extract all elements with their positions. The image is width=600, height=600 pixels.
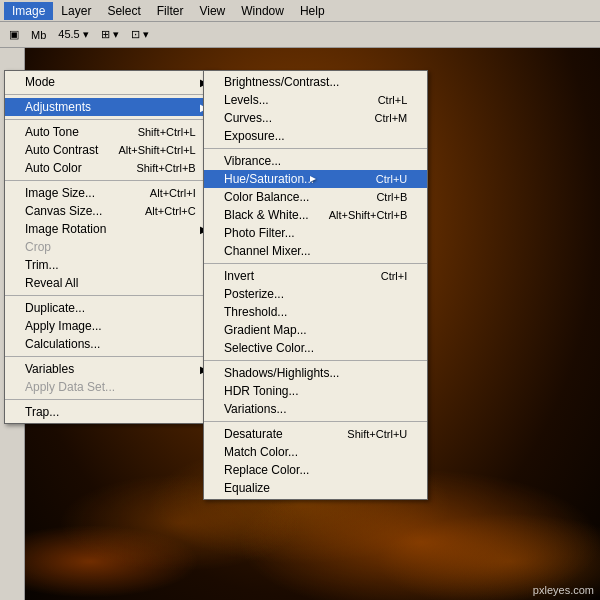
menu-replace-color[interactable]: Replace Color... <box>204 461 427 479</box>
menu-gradient-map[interactable]: Gradient Map... <box>204 321 427 339</box>
menu-channel-mixer[interactable]: Channel Mixer... <box>204 242 427 260</box>
menu-match-color[interactable]: Match Color... <box>204 443 427 461</box>
image-menu: Mode ▶ Adjustments ▶ Auto Tone Shift+Ctr… <box>4 70 217 424</box>
sep-4 <box>5 295 216 296</box>
menu-auto-contrast[interactable]: Auto Contrast Alt+Shift+Ctrl+L <box>5 141 216 159</box>
menu-adjustments[interactable]: Adjustments ▶ <box>5 98 216 116</box>
menu-threshold[interactable]: Threshold... <box>204 303 427 321</box>
menu-bar: Image Layer Select Filter View Window He… <box>0 0 600 22</box>
adj-sep-4 <box>204 421 427 422</box>
menu-calculations[interactable]: Calculations... <box>5 335 216 353</box>
menu-curves[interactable]: Curves... Ctrl+M <box>204 109 427 127</box>
menu-reveal-all[interactable]: Reveal All <box>5 274 216 292</box>
adj-sep-1 <box>204 148 427 149</box>
menu-color-balance[interactable]: Color Balance... Ctrl+B <box>204 188 427 206</box>
menu-item-image[interactable]: Image <box>4 2 53 20</box>
toolbar: ▣ Mb 45.5 ▾ ⊞ ▾ ⊡ ▾ <box>0 22 600 48</box>
menu-exposure[interactable]: Exposure... <box>204 127 427 145</box>
menu-black-white[interactable]: Black & White... Alt+Shift+Ctrl+B <box>204 206 427 224</box>
menu-duplicate[interactable]: Duplicate... <box>5 299 216 317</box>
toolbar-btn-3[interactable]: ⊞ ▾ <box>96 25 124 45</box>
main-area: Mode ▶ Adjustments ▶ Auto Tone Shift+Ctr… <box>0 48 600 600</box>
menu-posterize[interactable]: Posterize... <box>204 285 427 303</box>
toolbar-btn-size[interactable]: 45.5 ▾ <box>53 25 93 45</box>
menu-equalize[interactable]: Equalize <box>204 479 427 497</box>
sep-5 <box>5 356 216 357</box>
menu-trim[interactable]: Trim... <box>5 256 216 274</box>
menu-canvas-size[interactable]: Canvas Size... Alt+Ctrl+C <box>5 202 216 220</box>
toolbar-btn-4[interactable]: ⊡ ▾ <box>126 25 154 45</box>
menu-item-layer[interactable]: Layer <box>53 2 99 20</box>
menu-invert[interactable]: Invert Ctrl+I <box>204 267 427 285</box>
menu-selective-color[interactable]: Selective Color... <box>204 339 427 357</box>
menu-crop[interactable]: Crop <box>5 238 216 256</box>
menu-trap[interactable]: Trap... <box>5 403 216 421</box>
menu-shadows-highlights[interactable]: Shadows/Highlights... <box>204 364 427 382</box>
menu-item-help[interactable]: Help <box>292 2 333 20</box>
menu-auto-color[interactable]: Auto Color Shift+Ctrl+B <box>5 159 216 177</box>
toolbar-btn-1[interactable]: ▣ <box>4 25 24 45</box>
sep-2 <box>5 119 216 120</box>
adj-sep-3 <box>204 360 427 361</box>
menu-item-filter[interactable]: Filter <box>149 2 192 20</box>
menu-desaturate[interactable]: Desaturate Shift+Ctrl+U <box>204 425 427 443</box>
menu-brightness-contrast[interactable]: Brightness/Contrast... <box>204 73 427 91</box>
menu-variations[interactable]: Variations... <box>204 400 427 418</box>
watermark: pxleyes.com <box>533 584 594 596</box>
menu-item-select[interactable]: Select <box>99 2 148 20</box>
adjustments-menu: Brightness/Contrast... Levels... Ctrl+L … <box>203 70 428 500</box>
sep-6 <box>5 399 216 400</box>
toolbar-btn-2[interactable]: Mb <box>26 25 51 45</box>
menu-variables[interactable]: Variables ▶ <box>5 360 216 378</box>
menu-mode[interactable]: Mode ▶ <box>5 73 216 91</box>
menu-item-view[interactable]: View <box>191 2 233 20</box>
sep-3 <box>5 180 216 181</box>
menu-hdr-toning[interactable]: HDR Toning... <box>204 382 427 400</box>
sep-1 <box>5 94 216 95</box>
adj-sep-2 <box>204 263 427 264</box>
menu-levels[interactable]: Levels... Ctrl+L <box>204 91 427 109</box>
menu-apply-data-set[interactable]: Apply Data Set... <box>5 378 216 396</box>
menu-image-size[interactable]: Image Size... Alt+Ctrl+I <box>5 184 216 202</box>
menu-vibrance[interactable]: Vibrance... <box>204 152 427 170</box>
menu-apply-image[interactable]: Apply Image... <box>5 317 216 335</box>
menu-auto-tone[interactable]: Auto Tone Shift+Ctrl+L <box>5 123 216 141</box>
menu-item-window[interactable]: Window <box>233 2 292 20</box>
menu-image-rotation[interactable]: Image Rotation ▶ <box>5 220 216 238</box>
menu-photo-filter[interactable]: Photo Filter... <box>204 224 427 242</box>
menu-hue-saturation[interactable]: Hue/Saturation... Ctrl+U <box>204 170 427 188</box>
